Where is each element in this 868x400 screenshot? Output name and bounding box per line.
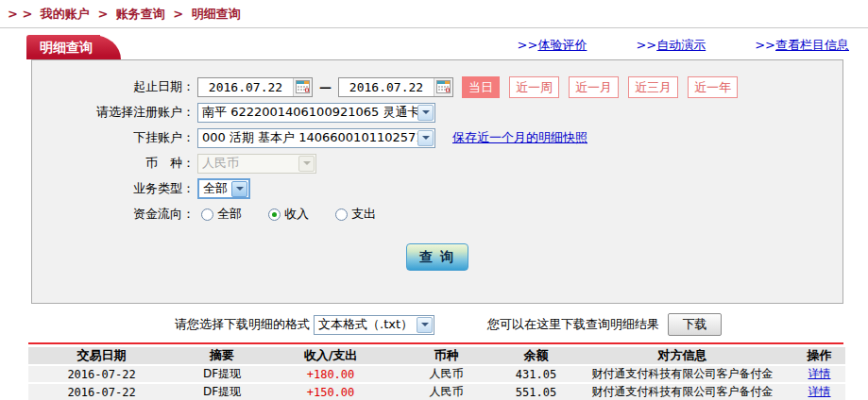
quick-range-3months-button[interactable]: 近三月 [628,76,678,98]
registered-account-row: 请选择注册账户： 南平 6222001406100921065 灵通卡 [32,103,842,122]
cell-currency: 人民币 [392,365,501,383]
sub-account-select[interactable]: 000 活期 基本户 1406600101102571848 [197,128,435,148]
chevron-down-icon [417,105,434,121]
breadcrumb-item-my-account[interactable]: 我的账户 [41,7,90,21]
chevron-down-icon [417,317,433,333]
cell-amount: +180.00 [269,365,392,383]
link-view-column-info[interactable]: >>查看栏目信息 [755,37,849,54]
download-hint: 您可以在这里下载查询明细结果 [487,316,659,333]
detail-link[interactable]: 详情 [808,367,831,380]
currency-select: 人民币 [197,154,316,174]
calendar-icon[interactable] [434,78,452,96]
col-header-currency: 币种 [392,347,501,365]
date-range-row: 起止日期： 2016.07.22 — [32,77,842,96]
table-header-row: 交易日期 摘要 收入/支出 币种 余额 对方信息 操作 [28,347,845,365]
fund-flow-radio-group: 全部 收入 支出 [201,206,376,223]
radio-all[interactable]: 全部 [201,206,242,223]
link-auto-demo[interactable]: >>自动演示 [636,37,706,54]
quick-range-week-button[interactable]: 近一周 [509,76,559,98]
end-date-value: 2016.07.22 [339,80,434,94]
calendar-icon[interactable] [293,78,312,96]
red-divider [28,342,843,344]
breadcrumb-separator: > [97,7,108,21]
business-type-select[interactable]: 全部 [197,178,250,199]
business-type-row: 业务类型： 全部 [32,179,842,198]
breadcrumb-prefix: > > [8,7,32,21]
end-date-input[interactable]: 2016.07.22 [338,77,453,97]
currency-row: 币 种： 人民币 [32,154,842,173]
registered-account-select[interactable]: 南平 6222001406100921065 灵通卡 [197,103,435,123]
cell-balance: 431.05 [501,365,571,383]
col-header-action: 操作 [793,347,845,365]
date-range-label: 起止日期： [32,78,195,95]
link-experience-rating[interactable]: >>体验评价 [518,37,587,54]
quick-range-today-button[interactable]: 当日 [462,76,500,98]
header-links: >>体验评价 >>自动演示 >>查看栏目信息 [518,37,868,59]
currency-label: 币 种： [32,155,195,172]
col-header-summary: 摘要 [175,347,269,365]
cell-summary: DF提现 [175,365,269,383]
breadcrumb-separator: > [173,7,183,21]
radio-icon [201,208,213,221]
save-monthly-snapshot-link[interactable]: 保存近一个月的明细快照 [452,129,587,146]
fund-flow-row: 资金流向： 全部 收入 支出 [32,205,842,224]
quick-range-month-button[interactable]: 近一月 [569,76,619,98]
breadcrumb-item-detail-query: 明细查询 [192,7,241,21]
sub-account-row: 下挂账户： 000 活期 基本户 1406600101102571848 保存近… [32,128,842,147]
date-range-separator: — [319,80,332,94]
col-header-balance: 余额 [501,347,571,365]
start-date-input[interactable]: 2016.07.22 [197,77,313,97]
download-row: 请您选择下载明细的格式 文本格式（.txt） 您可以在这里下载查询明细结果 下载 [175,312,868,337]
radio-checked-icon [268,208,281,221]
col-header-amount: 收入/支出 [269,347,392,365]
table-row: 2016-07-22 DF提现 +180.00 人民币 431.05 财付通支付… [28,365,845,383]
breadcrumb: > > 我的账户 > 账务查询 > 明细查询 [0,0,868,28]
col-header-counterparty: 对方信息 [571,347,793,365]
chevron-down-icon [298,156,315,172]
cell-date: 2016-07-22 [28,365,175,383]
cell-amount: +150.00 [269,383,392,400]
chevron-down-icon [231,181,247,197]
download-format-select[interactable]: 文本格式（.txt） [314,315,434,335]
breadcrumb-item-account-query[interactable]: 账务查询 [116,7,165,21]
tab-detail-query[interactable]: 明细查询 [26,35,100,59]
query-form-panel: 起止日期： 2016.07.22 — [31,59,843,304]
radio-income[interactable]: 收入 [268,206,309,223]
transaction-table: 交易日期 摘要 收入/支出 币种 余额 对方信息 操作 2016-07-22 D… [28,347,845,400]
cell-currency: 人民币 [392,383,501,400]
tab-bar: 明细查询 >>体验评价 >>自动演示 >>查看栏目信息 [0,35,868,59]
sub-account-label: 下挂账户： [32,129,195,146]
chevron-down-icon [417,130,434,146]
col-header-date: 交易日期 [28,347,175,365]
download-format-label: 请您选择下载明细的格式 [175,316,310,333]
cell-date: 2016-07-22 [28,383,175,400]
start-date-value: 2016.07.22 [198,80,293,94]
radio-expense[interactable]: 支出 [335,206,376,223]
cell-counterparty: 财付通支付科技有限公司客户备付金 [571,383,793,400]
download-button[interactable]: 下载 [668,313,722,336]
quick-range-buttons: 当日 近一周 近一月 近三月 近一年 [462,76,738,98]
business-type-label: 业务类型： [32,180,195,197]
cell-summary: DF提现 [175,383,269,400]
query-button[interactable]: 查 询 [406,243,468,271]
cell-counterparty: 财付通支付科技有限公司客户备付金 [571,365,793,383]
quick-range-year-button[interactable]: 近一年 [688,76,738,98]
cell-balance: 551.05 [501,383,571,400]
registered-account-label: 请选择注册账户： [32,104,195,121]
fund-flow-label: 资金流向： [32,206,195,223]
radio-icon [335,208,348,221]
table-row: 2016-07-22 DF提现 +150.00 人民币 551.05 财付通支付… [28,383,845,400]
detail-link[interactable]: 详情 [808,385,831,398]
